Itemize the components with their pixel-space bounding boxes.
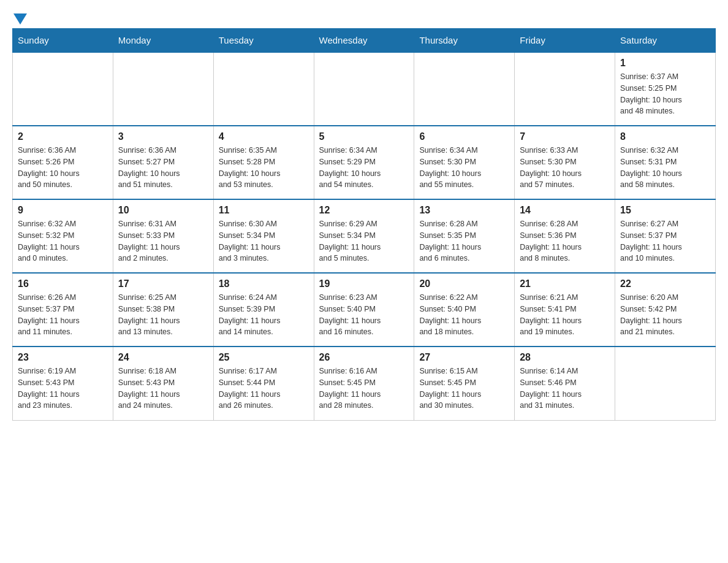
day-number: 5 (319, 131, 409, 142)
day-info: Sunrise: 6:27 AMSunset: 5:37 PMDaylight:… (620, 218, 710, 264)
day-number: 26 (319, 352, 409, 363)
day-number: 9 (18, 205, 108, 216)
day-info: Sunrise: 6:32 AMSunset: 5:31 PMDaylight:… (620, 145, 710, 191)
day-info: Sunrise: 6:22 AMSunset: 5:40 PMDaylight:… (419, 292, 509, 338)
day-number: 4 (219, 131, 309, 142)
calendar-cell: 9Sunrise: 6:32 AMSunset: 5:32 PMDaylight… (13, 199, 113, 273)
calendar-cell: 22Sunrise: 6:20 AMSunset: 5:42 PMDayligh… (615, 273, 716, 347)
day-info: Sunrise: 6:34 AMSunset: 5:30 PMDaylight:… (419, 145, 509, 191)
day-number: 14 (520, 205, 610, 216)
day-number: 13 (419, 205, 509, 216)
day-info: Sunrise: 6:33 AMSunset: 5:30 PMDaylight:… (520, 145, 610, 191)
calendar-cell: 23Sunrise: 6:19 AMSunset: 5:43 PMDayligh… (13, 347, 113, 420)
day-number: 21 (520, 278, 610, 289)
calendar-cell: 1Sunrise: 6:37 AMSunset: 5:25 PMDaylight… (615, 52, 716, 126)
calendar-cell: 19Sunrise: 6:23 AMSunset: 5:40 PMDayligh… (314, 273, 414, 347)
day-info: Sunrise: 6:28 AMSunset: 5:36 PMDaylight:… (520, 218, 610, 264)
day-info: Sunrise: 6:25 AMSunset: 5:38 PMDaylight:… (118, 292, 208, 338)
day-number: 18 (219, 278, 309, 289)
day-number: 24 (118, 352, 208, 363)
day-info: Sunrise: 6:29 AMSunset: 5:34 PMDaylight:… (319, 218, 409, 264)
day-number: 16 (18, 278, 108, 289)
day-info: Sunrise: 6:17 AMSunset: 5:44 PMDaylight:… (219, 366, 309, 412)
day-number: 17 (118, 278, 208, 289)
calendar-cell: 17Sunrise: 6:25 AMSunset: 5:38 PMDayligh… (113, 273, 213, 347)
calendar-cell: 13Sunrise: 6:28 AMSunset: 5:35 PMDayligh… (414, 199, 515, 273)
week-row-1: 1Sunrise: 6:37 AMSunset: 5:25 PMDaylight… (13, 52, 716, 126)
day-info: Sunrise: 6:31 AMSunset: 5:33 PMDaylight:… (118, 218, 208, 264)
calendar-cell: 26Sunrise: 6:16 AMSunset: 5:45 PMDayligh… (314, 347, 414, 420)
calendar-cell: 10Sunrise: 6:31 AMSunset: 5:33 PMDayligh… (113, 199, 213, 273)
day-info: Sunrise: 6:19 AMSunset: 5:43 PMDaylight:… (18, 366, 108, 412)
day-info: Sunrise: 6:14 AMSunset: 5:46 PMDaylight:… (520, 366, 610, 412)
day-info: Sunrise: 6:15 AMSunset: 5:45 PMDaylight:… (419, 366, 509, 412)
calendar-cell: 2Sunrise: 6:36 AMSunset: 5:26 PMDaylight… (13, 126, 113, 199)
day-number: 28 (520, 352, 610, 363)
calendar-cell (13, 52, 113, 126)
day-number: 2 (18, 131, 108, 142)
day-number: 8 (620, 131, 710, 142)
day-info: Sunrise: 6:32 AMSunset: 5:32 PMDaylight:… (18, 218, 108, 264)
calendar-cell: 5Sunrise: 6:34 AMSunset: 5:29 PMDaylight… (314, 126, 414, 199)
weekday-header-thursday: Thursday (414, 29, 515, 53)
day-number: 27 (419, 352, 509, 363)
calendar-cell: 16Sunrise: 6:26 AMSunset: 5:37 PMDayligh… (13, 273, 113, 347)
calendar-cell: 3Sunrise: 6:36 AMSunset: 5:27 PMDaylight… (113, 126, 213, 199)
day-number: 19 (319, 278, 409, 289)
day-info: Sunrise: 6:28 AMSunset: 5:35 PMDaylight:… (419, 218, 509, 264)
weekday-header-monday: Monday (113, 29, 213, 53)
day-info: Sunrise: 6:34 AMSunset: 5:29 PMDaylight:… (319, 145, 409, 191)
calendar-cell (113, 52, 213, 126)
day-number: 15 (620, 205, 710, 216)
calendar-cell: 27Sunrise: 6:15 AMSunset: 5:45 PMDayligh… (414, 347, 515, 420)
calendar-cell: 25Sunrise: 6:17 AMSunset: 5:44 PMDayligh… (213, 347, 314, 420)
day-info: Sunrise: 6:26 AMSunset: 5:37 PMDaylight:… (18, 292, 108, 338)
calendar-cell: 28Sunrise: 6:14 AMSunset: 5:46 PMDayligh… (515, 347, 615, 420)
calendar-cell: 8Sunrise: 6:32 AMSunset: 5:31 PMDaylight… (615, 126, 716, 199)
calendar-cell: 12Sunrise: 6:29 AMSunset: 5:34 PMDayligh… (314, 199, 414, 273)
page-header (12, 12, 716, 22)
week-row-2: 2Sunrise: 6:36 AMSunset: 5:26 PMDaylight… (13, 126, 716, 199)
day-number: 20 (419, 278, 509, 289)
day-number: 25 (219, 352, 309, 363)
day-number: 12 (319, 205, 409, 216)
weekday-header-wednesday: Wednesday (314, 29, 414, 53)
day-number: 10 (118, 205, 208, 216)
calendar-cell: 7Sunrise: 6:33 AMSunset: 5:30 PMDaylight… (515, 126, 615, 199)
logo-image (12, 12, 27, 27)
week-row-3: 9Sunrise: 6:32 AMSunset: 5:32 PMDaylight… (13, 199, 716, 273)
day-info: Sunrise: 6:16 AMSunset: 5:45 PMDaylight:… (319, 366, 409, 412)
calendar-cell: 20Sunrise: 6:22 AMSunset: 5:40 PMDayligh… (414, 273, 515, 347)
day-info: Sunrise: 6:23 AMSunset: 5:40 PMDaylight:… (319, 292, 409, 338)
calendar-cell: 15Sunrise: 6:27 AMSunset: 5:37 PMDayligh… (615, 199, 716, 273)
week-row-4: 16Sunrise: 6:26 AMSunset: 5:37 PMDayligh… (13, 273, 716, 347)
calendar-cell: 21Sunrise: 6:21 AMSunset: 5:41 PMDayligh… (515, 273, 615, 347)
calendar-cell (414, 52, 515, 126)
day-info: Sunrise: 6:21 AMSunset: 5:41 PMDaylight:… (520, 292, 610, 338)
day-number: 11 (219, 205, 309, 216)
day-info: Sunrise: 6:36 AMSunset: 5:27 PMDaylight:… (118, 145, 208, 191)
calendar-cell (314, 52, 414, 126)
day-info: Sunrise: 6:30 AMSunset: 5:34 PMDaylight:… (219, 218, 309, 264)
weekday-header-sunday: Sunday (13, 29, 113, 53)
day-number: 22 (620, 278, 710, 289)
day-number: 23 (18, 352, 108, 363)
weekday-header-friday: Friday (515, 29, 615, 53)
calendar-cell (615, 347, 716, 420)
calendar-cell: 18Sunrise: 6:24 AMSunset: 5:39 PMDayligh… (213, 273, 314, 347)
day-number: 6 (419, 131, 509, 142)
weekday-header-row: SundayMondayTuesdayWednesdayThursdayFrid… (13, 29, 716, 53)
calendar-cell (213, 52, 314, 126)
day-info: Sunrise: 6:36 AMSunset: 5:26 PMDaylight:… (18, 145, 108, 191)
logo-arrow-icon (13, 13, 27, 27)
calendar-cell: 11Sunrise: 6:30 AMSunset: 5:34 PMDayligh… (213, 199, 314, 273)
svg-marker-0 (13, 13, 27, 25)
calendar-cell (515, 52, 615, 126)
calendar-cell: 24Sunrise: 6:18 AMSunset: 5:43 PMDayligh… (113, 347, 213, 420)
weekday-header-saturday: Saturday (615, 29, 716, 53)
day-info: Sunrise: 6:18 AMSunset: 5:43 PMDaylight:… (118, 366, 208, 412)
day-info: Sunrise: 6:35 AMSunset: 5:28 PMDaylight:… (219, 145, 309, 191)
day-info: Sunrise: 6:37 AMSunset: 5:25 PMDaylight:… (620, 71, 710, 117)
week-row-5: 23Sunrise: 6:19 AMSunset: 5:43 PMDayligh… (13, 347, 716, 420)
calendar-cell: 14Sunrise: 6:28 AMSunset: 5:36 PMDayligh… (515, 199, 615, 273)
